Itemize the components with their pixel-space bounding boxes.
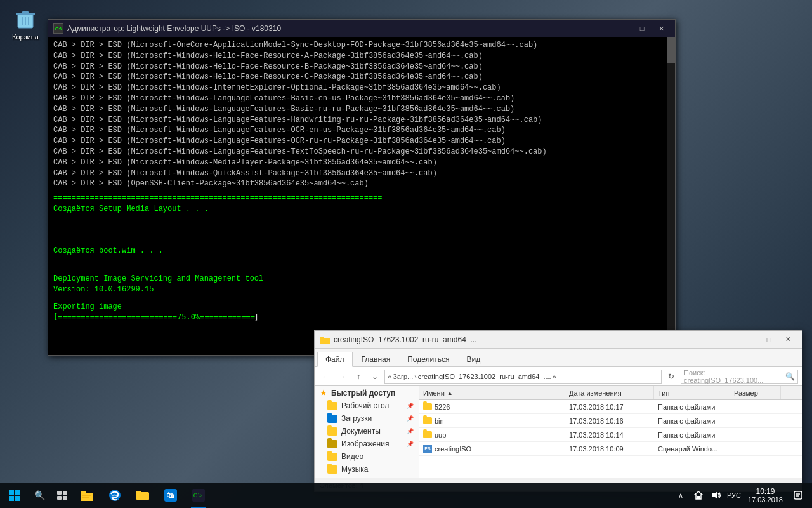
search-container[interactable]: Поиск: creatingISO_17623.100... 🔍 (681, 370, 798, 384)
file-name-label-bin: bin (435, 417, 444, 425)
cmd-separator-3: ========================================… (53, 236, 662, 246)
file-type-creatingiso: Сценарий Windo... (654, 442, 730, 455)
svg-rect-7 (320, 337, 324, 338)
taskbar-explorer-button[interactable] (73, 483, 101, 508)
sidebar-desktop-label: Рабочий стол (341, 401, 389, 410)
recent-locations-button[interactable]: ⌄ (368, 370, 382, 384)
sidebar-item-music[interactable]: Музыка (315, 463, 419, 476)
cmd-window-controls: ─ □ ✕ (614, 22, 670, 35)
file-name-bin: bin (419, 414, 565, 427)
refresh-button[interactable]: ↻ (664, 370, 678, 384)
up-button[interactable]: ↑ (351, 370, 365, 384)
sidebar-item-downloads[interactable]: Загрузки 📌 (315, 412, 419, 425)
svg-rect-9 (63, 491, 67, 495)
col-header-size[interactable]: Размер (730, 386, 781, 399)
folder-documents-icon (327, 427, 337, 436)
cmd-line-9: CAB > DIR > ESD (Microsoft-Windows-Langu… (53, 125, 662, 136)
taskbar-network-icon[interactable] (691, 483, 706, 508)
file-date-bin: 17.03.2018 10:16 (565, 414, 654, 427)
taskbar-edge-button[interactable] (101, 483, 129, 508)
file-row-5226[interactable]: 5226 17.03.2018 10:17 Папка с файлами (419, 400, 802, 414)
desktop: Корзина C:\ Администратор: Lightweight E… (0, 0, 812, 508)
notification-icon (794, 491, 802, 500)
col-header-name[interactable]: Имени ▲ (419, 386, 565, 399)
file-name-label-creatingiso: creatingISO (435, 445, 471, 453)
explorer-sidebar: ★ Быстрый доступ Рабочий стол 📌 Загрузки… (315, 386, 419, 478)
cmd-separator-1: ========================================… (53, 193, 662, 204)
explorer-close-button[interactable]: ✕ (779, 333, 797, 346)
cmd-close-button[interactable]: ✕ (652, 22, 670, 35)
folder-music-icon (327, 465, 337, 474)
address-input-container[interactable]: « Загр... › creatingISO_17623.1002_ru-ru… (384, 370, 662, 384)
col-type-label: Тип (658, 389, 669, 397)
sort-indicator: ▲ (447, 390, 453, 396)
taskbar-cmd-button[interactable]: C:\> _ (185, 483, 213, 508)
cmd-content-area: CAB > DIR > ESD (Microsoft-OneCore-Appli… (48, 37, 675, 355)
col-header-type[interactable]: Тип (654, 386, 730, 399)
taskbar-system-tray: ∧ РУС 10:19 17.03.2018 (673, 483, 812, 508)
cmd-progress-bar: [==========================75.0%========… (53, 312, 255, 321)
svg-rect-6 (320, 338, 330, 344)
cmd-spacer-3 (53, 267, 662, 274)
taskbar-store-button[interactable]: 🛍 (157, 483, 185, 508)
taskbar-folder-button[interactable] (129, 483, 157, 508)
tab-view[interactable]: Вид (458, 352, 488, 366)
taskbar-lang-label[interactable]: РУС (726, 483, 742, 508)
file-row-creatingiso[interactable]: PS creatingISO 17.03.2018 10:09 Сценарий… (419, 442, 802, 456)
filelist-header: Имени ▲ Дата изменения Тип Размер (419, 386, 802, 400)
file-row-bin[interactable]: bin 17.03.2018 10:16 Папка с файлами (419, 414, 802, 428)
explorer-window-controls: ─ □ ✕ (741, 333, 797, 346)
explorer-minimize-button[interactable]: ─ (741, 333, 759, 346)
cmd-scrollbar[interactable] (667, 37, 675, 355)
sidebar-item-pictures[interactable]: Изображения 📌 (315, 438, 419, 450)
recycle-bin-icon[interactable]: Корзина (6, 6, 44, 41)
forward-button[interactable]: → (335, 370, 349, 384)
cmd-titlebar: C:\ Администратор: Lightweight Envelope … (48, 20, 675, 37)
breadcrumb-path: Загр... (393, 373, 413, 380)
tab-share[interactable]: Поделиться (399, 352, 457, 366)
folder-taskbar-icon (136, 490, 149, 501)
file-type-uup: Папка с файлами (654, 428, 730, 441)
back-button[interactable]: ← (318, 370, 332, 384)
tab-file[interactable]: Файл (317, 352, 353, 367)
pin-documents-icon: 📌 (407, 428, 414, 434)
cmd-line-14: CAB > DIR > ESD (OpenSSH-Client-Package~… (53, 178, 662, 189)
explorer-main: ★ Быстрый доступ Рабочий стол 📌 Загрузки… (315, 386, 802, 478)
taskbar-chevron-icon[interactable]: ∧ (673, 483, 688, 508)
breadcrumb-end: » (553, 373, 556, 380)
start-button[interactable] (0, 483, 29, 508)
cmd-minimize-button[interactable]: ─ (614, 22, 632, 35)
taskbar-volume-icon[interactable] (709, 483, 724, 508)
task-view-button[interactable] (51, 483, 73, 508)
sidebar-item-documents[interactable]: Документы 📌 (315, 425, 419, 438)
edge-taskbar-icon (108, 489, 121, 502)
file-size-creatingiso (730, 442, 781, 455)
taskbar-clock[interactable]: 10:19 17.03.2018 (744, 483, 787, 508)
sidebar-item-desktop[interactable]: Рабочий стол 📌 (315, 399, 419, 412)
svg-rect-15 (82, 497, 89, 498)
pin-pictures-icon: 📌 (407, 441, 414, 447)
cmd-separator-4: ========================================… (53, 257, 662, 267)
taskbar-search-button[interactable]: 🔍 (29, 483, 51, 508)
sidebar-quick-access[interactable]: ★ Быстрый доступ (315, 386, 419, 399)
taskbar-notification-button[interactable] (789, 483, 807, 508)
cmd-line-10: CAB > DIR > ESD (Microsoft-Windows-Langu… (53, 136, 662, 147)
col-header-date[interactable]: Дата изменения (565, 386, 654, 399)
cmd-line-4: CAB > DIR > ESD (Microsoft-Windows-Hello… (53, 72, 662, 83)
file-row-uup[interactable]: uup 17.03.2018 10:14 Папка с файлами (419, 428, 802, 442)
pin-desktop-icon: 📌 (407, 403, 414, 409)
folder-pictures-icon (327, 440, 337, 448)
svg-rect-14 (82, 495, 91, 496)
sidebar-item-videos[interactable]: Видео (315, 450, 419, 463)
cmd-scrollbar-thumb[interactable] (667, 37, 675, 63)
network-icon (693, 490, 704, 500)
tab-home[interactable]: Главная (353, 352, 399, 366)
svg-rect-24 (697, 496, 700, 499)
svg-rect-8 (57, 491, 62, 495)
file-date-creatingiso: 17.03.2018 10:09 (565, 442, 654, 455)
cmd-cursor: ] (255, 312, 258, 321)
explorer-maximize-button[interactable]: □ (760, 333, 778, 346)
col-name-label: Имени (423, 389, 445, 397)
cmd-spacer-4 (53, 295, 662, 302)
cmd-maximize-button[interactable]: □ (633, 22, 651, 35)
